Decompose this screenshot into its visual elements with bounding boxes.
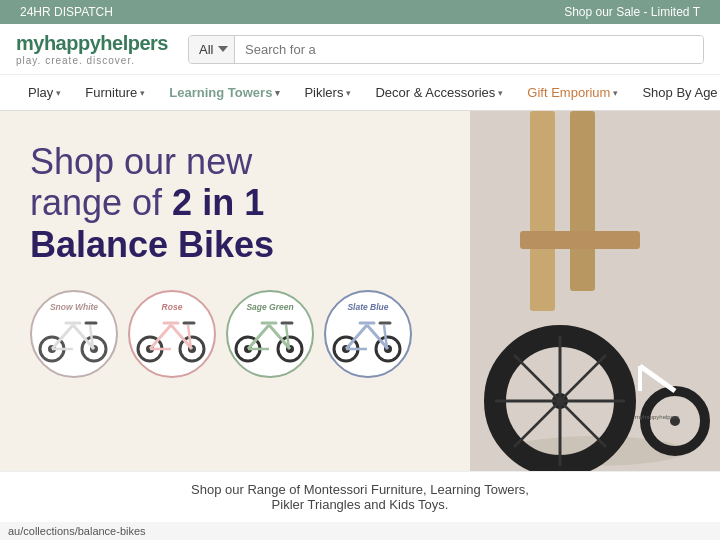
chevron-icon: ▾ — [613, 88, 618, 98]
search-area: All — [188, 35, 704, 64]
hero-text-bold1: 2 in 1 — [172, 182, 264, 223]
banner-left: 24HR DISPATCH — [20, 5, 113, 19]
search-input[interactable] — [235, 36, 703, 63]
nav-item-shop-by-age[interactable]: Shop By Age — [630, 75, 720, 110]
bike-variant-rose[interactable]: Rose — [128, 290, 216, 378]
chevron-icon: ▾ — [346, 88, 351, 98]
hero-product-image: myhappyhelpers — [470, 111, 720, 471]
svg-rect-42 — [570, 111, 595, 291]
nav-item-furniture[interactable]: Furniture ▾ — [73, 75, 157, 110]
bike-variant-sage-green[interactable]: Sage Green — [226, 290, 314, 378]
hero-section: Shop our newrange of 2 in 1Balance Bikes — [0, 111, 720, 471]
search-category-select[interactable]: All — [189, 36, 235, 63]
nav-item-piklers[interactable]: Piklers ▾ — [292, 75, 363, 110]
nav-item-gift-emporium[interactable]: Gift Emporium ▾ — [515, 75, 630, 110]
chevron-icon: ▾ — [56, 88, 61, 98]
bike-circle-slate-blue: Slate Blue — [324, 290, 412, 378]
hero-left: Shop our newrange of 2 in 1Balance Bikes — [0, 111, 470, 471]
svg-text:myhappyhelpers: myhappyhelpers — [635, 414, 679, 420]
nav-item-play[interactable]: Play ▾ — [16, 75, 73, 110]
hero-scene-svg: myhappyhelpers — [470, 111, 720, 471]
svg-rect-43 — [520, 231, 640, 249]
bike-circle-sage-green: Sage Green — [226, 290, 314, 378]
bike-variant-slate-blue[interactable]: Slate Blue — [324, 290, 412, 378]
nav-item-learning-towers[interactable]: Learning Towers ▾ — [157, 75, 292, 110]
bike-variant-snow-white[interactable]: Snow White — [30, 290, 118, 378]
footer-line1: Shop our Range of Montessori Furniture, … — [10, 482, 710, 497]
top-banner: 24HR DISPATCH Shop our Sale - Limited T — [0, 0, 720, 24]
header: myhappyhelpers play. create. discover. A… — [0, 24, 720, 75]
svg-rect-41 — [530, 111, 555, 311]
nav-item-decor[interactable]: Decor & Accessories ▾ — [363, 75, 515, 110]
hero-image-bg: myhappyhelpers — [470, 111, 720, 471]
bike-circle-snow-white: Snow White — [30, 290, 118, 378]
status-url: au/collections/balance-bikes — [8, 525, 146, 537]
chevron-icon: ▾ — [498, 88, 503, 98]
hero-headline: Shop our newrange of 2 in 1Balance Bikes — [30, 141, 440, 265]
hero-text-bold2: Balance Bikes — [30, 224, 274, 265]
logo-area[interactable]: myhappyhelpers play. create. discover. — [16, 32, 176, 66]
footer-line2: Pikler Triangles and Kids Toys. — [10, 497, 710, 512]
logo-text: myhappyhelpers — [16, 32, 176, 55]
bike-variants: Snow White — [30, 290, 440, 378]
chevron-icon: ▾ — [275, 88, 280, 98]
banner-right: Shop our Sale - Limited T — [564, 5, 700, 19]
status-bar: au/collections/balance-bikes — [0, 522, 720, 540]
bike-circle-rose: Rose — [128, 290, 216, 378]
footer-strip: Shop our Range of Montessori Furniture, … — [0, 471, 720, 522]
logo-tagline: play. create. discover. — [16, 55, 176, 66]
chevron-icon: ▾ — [140, 88, 145, 98]
main-nav: Play ▾ Furniture ▾ Learning Towers ▾ Pik… — [0, 75, 720, 111]
